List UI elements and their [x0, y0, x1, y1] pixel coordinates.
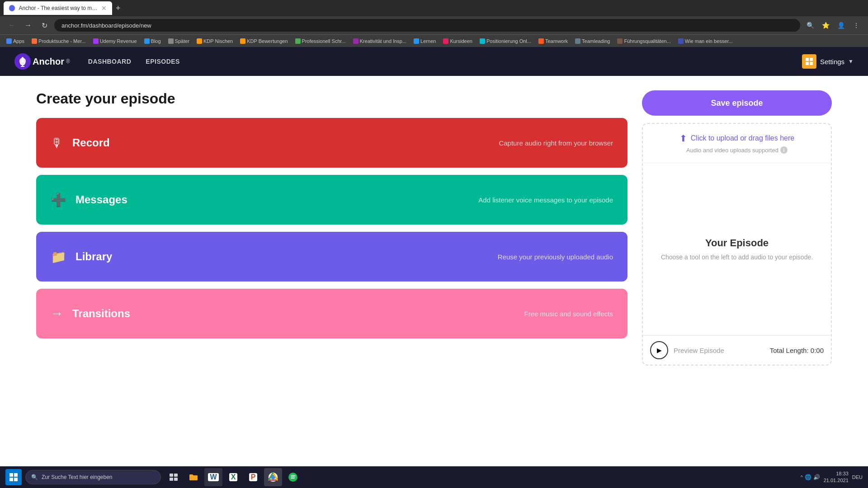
- bookmark-spater[interactable]: Später: [165, 38, 192, 45]
- powerpoint-icon: P: [249, 473, 258, 481]
- address-bar: ← → ↻ 🔍 ⭐ 👤 ⋮: [0, 16, 868, 34]
- tray-arrow[interactable]: ^: [801, 475, 803, 480]
- chrome-button[interactable]: [264, 468, 282, 486]
- file-explorer-button[interactable]: [184, 468, 203, 486]
- library-label: Library: [75, 250, 112, 263]
- preview-label: Preview Episode: [674, 347, 764, 354]
- header-right: Settings ▼: [802, 54, 854, 69]
- record-label: Record: [72, 136, 110, 149]
- svg-rect-7: [810, 62, 813, 65]
- svg-point-18: [288, 473, 297, 482]
- logo[interactable]: Anchor ®: [14, 53, 70, 70]
- bookmark-kdp-nischen[interactable]: KDP Nischen: [194, 38, 236, 45]
- episode-subtitle: Choose a tool on the left to add audio t…: [661, 253, 813, 261]
- bookmark-favicon: [240, 38, 245, 44]
- bookmarks-bar: Apps Produktsuche - Mer... Udemy Revenue…: [0, 34, 868, 47]
- search-placeholder: Zur Suche Text hier eingeben: [42, 474, 113, 480]
- bookmark-favicon: [443, 38, 448, 44]
- active-tab[interactable]: Anchor - The easiest way to mai... ✕: [4, 1, 112, 15]
- upload-arrow-icon: ⬆: [679, 133, 687, 144]
- svg-rect-11: [14, 478, 18, 481]
- tray-network-icon[interactable]: 🌐: [805, 474, 811, 480]
- record-tool-card[interactable]: 🎙 Record Capture audio right from your b…: [36, 118, 627, 168]
- profile-button[interactable]: 👤: [835, 19, 847, 32]
- menu-button[interactable]: ⋮: [850, 19, 863, 32]
- bookmark-lernen[interactable]: Lernen: [411, 38, 439, 45]
- transitions-tool-card[interactable]: → Transitions Free music and sound effec…: [36, 289, 627, 338]
- taskbar-clock[interactable]: 18:33 21.01.2021: [824, 470, 849, 484]
- bookmark-favicon: [144, 38, 150, 44]
- tab-favicon: [9, 5, 15, 11]
- bookmark-kdp-bewertungen[interactable]: KDP Bewertungen: [237, 38, 290, 45]
- bookmark-favicon: [353, 38, 359, 44]
- library-description: Reuse your previously uploaded audio: [498, 253, 613, 261]
- taskbar-items: W X P: [165, 468, 302, 486]
- messages-tool-card[interactable]: ➕ Messages Add listener voice messages t…: [36, 175, 627, 225]
- bookmark-kursideen[interactable]: Kursideen: [440, 38, 475, 45]
- system-tray: ^ 🌐 🔊: [801, 474, 820, 480]
- tab-bar: Anchor - The easiest way to mai... ✕ +: [0, 0, 868, 16]
- messages-icon: ➕: [51, 192, 66, 207]
- preview-bar: ▶ Preview Episode Total Length: 0:00: [643, 335, 831, 365]
- bookmark-fuhrungsquali[interactable]: Führungsqualitäten...: [614, 38, 673, 45]
- bookmark-teamwork[interactable]: Teamwork: [536, 38, 571, 45]
- start-button[interactable]: [5, 469, 22, 485]
- taskbar-search[interactable]: 🔍 Zur Suche Text hier eingeben: [25, 470, 161, 484]
- powerpoint-button[interactable]: P: [244, 468, 262, 486]
- upload-episode-container: ⬆ Click to upload or drag files here Aud…: [642, 123, 832, 366]
- save-episode-button[interactable]: Save episode: [642, 90, 832, 116]
- bookmark-favicon: [168, 38, 174, 44]
- taskview-button[interactable]: [165, 468, 183, 486]
- bookmark-wie-man[interactable]: Wie man ein besser...: [675, 38, 736, 45]
- url-input[interactable]: [54, 19, 800, 32]
- taskbar-right: ^ 🌐 🔊 18:33 21.01.2021 DEU: [801, 470, 863, 484]
- svg-rect-9: [14, 473, 18, 477]
- spotify-button[interactable]: [284, 468, 302, 486]
- logo-text: Anchor: [33, 56, 64, 67]
- settings-label: Settings: [820, 58, 844, 66]
- transitions-description: Free music and sound effects: [524, 310, 613, 318]
- tab-close-btn[interactable]: ✕: [101, 5, 107, 12]
- upload-subtitle: Audio and video uploads supported i: [686, 146, 788, 154]
- total-length: Total Length: 0:00: [770, 347, 824, 354]
- clock-time: 18:33: [824, 470, 849, 477]
- main-content: Create your episode 🎙 Record Capture aud…: [0, 76, 868, 380]
- right-panel: Save episode ⬆ Click to upload or drag f…: [642, 90, 832, 366]
- bookmark-favicon: [678, 38, 684, 44]
- tray-volume-icon[interactable]: 🔊: [813, 474, 820, 480]
- forward-button[interactable]: →: [22, 19, 34, 32]
- search-icon: 🔍: [31, 474, 38, 480]
- bookmark-apps[interactable]: Apps: [4, 38, 27, 45]
- bookmark-button[interactable]: ⭐: [819, 19, 832, 32]
- messages-description: Add listener voice messages to your epis…: [478, 196, 613, 204]
- reload-button[interactable]: ↻: [38, 19, 51, 32]
- clock-date: 21.01.2021: [824, 477, 849, 484]
- bookmark-udemy[interactable]: Udemy Revenue: [90, 38, 140, 45]
- word-button[interactable]: W: [204, 468, 222, 486]
- nav-dashboard[interactable]: DASHBOARD: [88, 58, 132, 65]
- library-tool-card[interactable]: 📁 Library Reuse your previously uploaded…: [36, 232, 627, 282]
- bookmark-positionierung[interactable]: Positionierung Onl...: [477, 38, 534, 45]
- new-tab-button[interactable]: +: [112, 4, 124, 13]
- excel-button[interactable]: X: [224, 468, 242, 486]
- extensions-button[interactable]: 🔍: [804, 19, 816, 32]
- bookmark-produktsuche[interactable]: Produktsuche - Mer...: [29, 38, 89, 45]
- bookmark-professionell[interactable]: Professionell Schr...: [292, 38, 349, 45]
- bookmark-teamleading[interactable]: Teamleading: [572, 38, 613, 45]
- bookmark-blog[interactable]: Blog: [142, 38, 164, 45]
- bookmark-kreativitat[interactable]: Kreativität und Insp...: [350, 38, 409, 45]
- nav-episodes[interactable]: EPISODES: [146, 58, 180, 65]
- bookmark-favicon: [480, 38, 485, 44]
- upload-link[interactable]: ⬆ Click to upload or drag files here: [679, 133, 794, 144]
- upload-area[interactable]: ⬆ Click to upload or drag files here Aud…: [643, 124, 831, 163]
- svg-rect-1: [22, 57, 24, 62]
- excel-icon: X: [229, 473, 238, 481]
- info-icon: i: [780, 146, 788, 154]
- settings-button[interactable]: Settings ▼: [802, 54, 854, 69]
- episode-preview-area: Your Episode Choose a tool on the left t…: [643, 163, 831, 335]
- svg-rect-10: [9, 478, 13, 481]
- record-description: Capture audio right from your browser: [499, 139, 613, 147]
- back-button[interactable]: ←: [5, 19, 18, 32]
- play-button[interactable]: ▶: [650, 341, 668, 359]
- bookmark-favicon: [32, 38, 37, 44]
